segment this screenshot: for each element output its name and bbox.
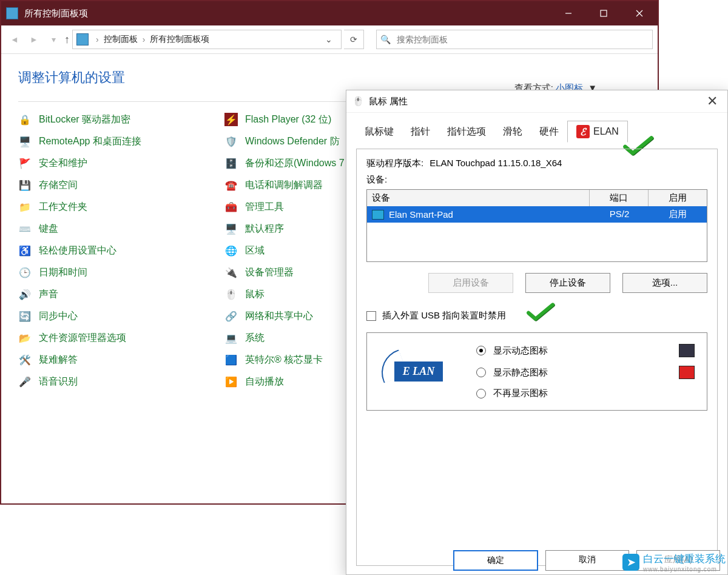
item-label: 日期和时间 (39, 266, 87, 279)
item-label: 声音 (39, 288, 58, 301)
cancel-button[interactable]: 取消 (545, 550, 629, 571)
item-label: 轻松使用设置中心 (39, 244, 116, 257)
tab-wheel[interactable]: 滑轮 (494, 122, 531, 142)
cp-item-security[interactable]: 🚩安全和维护 (18, 156, 200, 170)
mouse-icon: 🖱️ (352, 96, 364, 107)
breadcrumb-dropdown[interactable]: ⌄ (320, 35, 337, 44)
cp-item-storage[interactable]: 💾存储空间 (18, 178, 200, 192)
radio-button[interactable] (476, 389, 486, 398)
shield-icon: 🛡️ (224, 135, 238, 148)
cp-item-workfolders[interactable]: 📁工作文件夹 (18, 200, 200, 214)
backup-icon: 🗄️ (224, 156, 238, 170)
maximize-button[interactable] (586, 1, 621, 25)
tab-elan[interactable]: ℰ ELAN (567, 121, 628, 143)
cp-item-sound[interactable]: 🔊声音 (18, 288, 200, 301)
item-label: 安全和维护 (39, 157, 87, 170)
window-title: 所有控制面板项 (24, 8, 551, 19)
checkbox[interactable] (366, 311, 376, 321)
item-label: 系统 (245, 332, 265, 345)
radio-static[interactable]: 显示静态图标 (476, 366, 695, 379)
keyboard-icon: ⌨️ (18, 222, 32, 235)
radio-button[interactable] (476, 346, 486, 355)
tab-hardware[interactable]: 硬件 (531, 122, 567, 142)
item-label: 语音识别 (39, 375, 78, 388)
cp-item-remoteapp[interactable]: 🖥️RemoteApp 和桌面连接 (18, 135, 200, 148)
globe-icon: 🌐 (224, 244, 238, 257)
flash-icon: ⚡ (224, 113, 238, 126)
radio-none[interactable]: 不再显示图标 (476, 388, 695, 399)
tab-elan-label: ELAN (593, 126, 619, 137)
search-box[interactable]: 🔍 (376, 30, 653, 49)
col-device[interactable]: 设备 (367, 190, 590, 206)
autoplay-icon: ▶️ (224, 375, 238, 388)
folder-options-icon: 📂 (18, 331, 32, 345)
cp-item-bitlocker[interactable]: 🔒BitLocker 驱动器加密 (18, 113, 200, 126)
item-label: 工作文件夹 (39, 201, 87, 214)
device-manager-icon: 🔌 (224, 266, 238, 279)
col-enabled[interactable]: 启用 (649, 190, 707, 206)
item-label: 英特尔® 核芯显卡 (245, 354, 323, 366)
cp-item-ease[interactable]: ♿轻松使用设置中心 (18, 244, 200, 257)
item-label: 疑难解答 (39, 354, 78, 366)
cp-item-speech[interactable]: 🎤语音识别 (18, 375, 200, 388)
breadcrumb-current[interactable]: 所有控制面板项 (150, 34, 209, 45)
speaker-icon: 🔊 (18, 288, 32, 301)
search-icon: 🔍 (380, 35, 391, 44)
breadcrumb[interactable]: › 控制面板 › 所有控制面板项 ⌄ (72, 30, 342, 49)
radio-dynamic[interactable]: 显示动态图标 (476, 344, 695, 357)
mouse-icon: 🖱️ (224, 288, 238, 301)
cp-item-explorer[interactable]: 📂文件资源管理器选项 (18, 331, 200, 345)
item-label: 默认程序 (245, 223, 284, 235)
radio-button[interactable] (476, 368, 486, 377)
remote-icon: 🖥️ (18, 135, 32, 148)
watermark-url: www.baiyunxitong.com (643, 566, 726, 573)
options-button[interactable]: 选项... (622, 273, 707, 293)
stop-device-button[interactable]: 停止设备 (525, 273, 610, 293)
tab-pointer-options[interactable]: 指针选项 (439, 122, 494, 142)
chevron-right-icon: › (93, 35, 101, 44)
back-button[interactable]: ◄ (6, 31, 23, 48)
refresh-button[interactable]: ⟳ (344, 30, 364, 49)
item-label: 电话和调制解调器 (245, 179, 323, 192)
item-label: 存储空间 (39, 179, 78, 192)
minimize-button[interactable] (551, 1, 586, 25)
close-button[interactable]: ✕ (703, 93, 721, 109)
device-port: PS/2 (590, 206, 649, 223)
breadcrumb-root[interactable]: 控制面板 (104, 34, 138, 45)
history-dropdown[interactable]: ▾ (45, 31, 62, 48)
item-label: 同步中心 (39, 310, 78, 323)
dialog-titlebar: 🖱️ 鼠标 属性 ✕ (346, 90, 727, 113)
chevron-right-icon: › (140, 35, 148, 44)
clock-icon: 🕒 (18, 266, 32, 279)
folder-icon: 📁 (18, 200, 32, 214)
cp-item-sync[interactable]: 🔄同步中心 (18, 309, 200, 323)
radio-label: 显示静态图标 (493, 367, 548, 378)
ease-icon: ♿ (18, 244, 32, 257)
tray-icon-group: E LAN 显示动态图标 显示静态图标 不再显示图标 (366, 332, 707, 411)
flag-icon: 🚩 (18, 156, 32, 170)
radio-label: 显示动态图标 (493, 345, 548, 357)
tab-pointer[interactable]: 指针 (402, 122, 439, 142)
cp-item-troubleshoot[interactable]: 🛠️疑难解答 (18, 353, 200, 366)
device-row-selected[interactable]: Elan Smart-Pad PS/2 启用 (367, 206, 707, 223)
forward-button[interactable]: ► (25, 31, 42, 48)
close-button[interactable] (621, 1, 658, 25)
svg-rect-1 (601, 10, 607, 16)
cp-item-datetime[interactable]: 🕒日期和时间 (18, 266, 200, 279)
item-label: 自动播放 (245, 375, 284, 388)
up-button[interactable]: ↑ (64, 33, 70, 46)
ok-button[interactable]: 确定 (453, 550, 538, 571)
default-programs-icon: 🖥️ (224, 222, 238, 235)
search-input[interactable] (396, 34, 649, 45)
usb-disable-checkbox-row[interactable]: 插入外置 USB 指向装置时禁用 (366, 310, 707, 321)
troubleshoot-icon: 🛠️ (18, 353, 32, 366)
item-label: BitLocker 驱动器加密 (39, 113, 130, 126)
item-label: 设备管理器 (245, 266, 294, 279)
col-port[interactable]: 端口 (590, 190, 649, 206)
device-label: 设备: (366, 174, 707, 186)
cp-item-keyboard[interactable]: ⌨️键盘 (18, 222, 200, 235)
elan-badge-icon: ℰ (576, 125, 590, 138)
item-label: 区域 (245, 244, 265, 257)
item-label: 文件资源管理器选项 (39, 332, 126, 345)
tab-buttons[interactable]: 鼠标键 (356, 122, 402, 142)
